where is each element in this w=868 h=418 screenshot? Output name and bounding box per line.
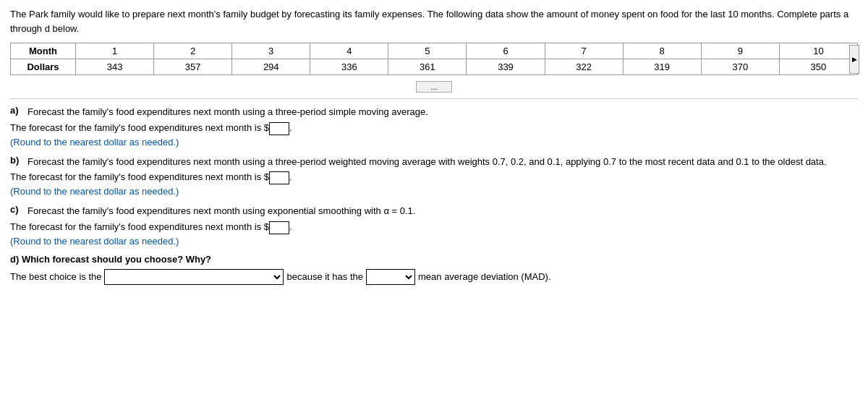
scroll-right-button[interactable]: ▶ [849,45,859,74]
table-month-8: 8 [623,43,701,59]
table-month-7: 7 [545,43,623,59]
table-month-3: 3 [232,43,310,59]
section-d-title: d) Which forecast should you choose? Why… [10,254,858,265]
because-text: because it has the [286,271,363,282]
section-b-question: Forecast the family's food expenditures … [27,155,827,169]
section-b-letter: b) [10,155,22,166]
section-b-forecast-line: The forecast for the family's food expen… [10,171,858,184]
section-a-question: Forecast the family's food expenditures … [27,105,428,119]
table-value-9: 370 [701,59,779,75]
best-choice-line: The best choice is the three-period simp… [10,269,858,285]
table-header-dollars: Dollars [11,59,76,75]
data-table-container: Month12345678910Dollars34335729433636133… [10,43,858,75]
collapse-button[interactable]: ... [416,81,452,93]
section-a-forecast-line: The forecast for the family's food expen… [10,122,858,135]
table-value-5: 361 [388,59,467,75]
section-c-input[interactable] [269,221,289,234]
section-a-forecast-suffix: . [289,122,292,133]
table-value-1: 343 [76,59,154,75]
section-b-input[interactable] [269,171,289,184]
table-value-10: 350 [779,59,857,75]
table-value-4: 336 [310,59,388,75]
section-c-hint: (Round to the nearest dollar as needed.) [10,236,858,247]
table-month-2: 2 [154,43,232,59]
section-b-forecast-suffix: . [289,171,292,182]
table-month-1: 1 [76,43,154,59]
section-a-letter: a) [10,105,22,116]
table-month-9: 9 [701,43,779,59]
mad-select[interactable]: lowesthighest [366,269,415,285]
table-value-6: 339 [467,59,545,75]
intro-paragraph: The Park family would like to prepare ne… [10,7,858,35]
table-month-4: 4 [310,43,388,59]
section-b-hint: (Round to the nearest dollar as needed.) [10,186,858,197]
section-d: d) Which forecast should you choose? Why… [10,254,858,285]
best-choice-prefix: The best choice is the [10,271,101,282]
table-month-10: 10 [779,43,857,59]
divider [10,98,858,99]
table-month-6: 6 [467,43,545,59]
data-table: Month12345678910Dollars34335729433636133… [10,43,858,75]
mad-text: mean average deviation (MAD). [418,271,551,282]
section-c-letter: c) [10,204,22,215]
section-c: c) Forecast the family's food expenditur… [10,204,858,247]
table-value-8: 319 [623,59,701,75]
section-b: b) Forecast the family's food expenditur… [10,155,858,197]
section-b-forecast-prefix: The forecast for the family's food expen… [10,171,269,182]
table-value-7: 322 [545,59,623,75]
section-a: a) Forecast the family's food expenditur… [10,105,858,148]
section-c-forecast-suffix: . [289,221,292,232]
section-c-question: Forecast the family's food expenditures … [27,204,415,218]
section-a-input[interactable] [269,122,289,135]
section-a-hint: (Round to the nearest dollar as needed.) [10,137,858,148]
section-c-forecast-line: The forecast for the family's food expen… [10,221,858,234]
section-a-forecast-prefix: The forecast for the family's food expen… [10,122,269,133]
table-value-3: 294 [232,59,310,75]
table-header-month: Month [11,43,76,59]
best-choice-select[interactable]: three-period simple moving averagethree-… [104,269,284,285]
section-c-forecast-prefix: The forecast for the family's food expen… [10,221,269,232]
table-value-2: 357 [154,59,232,75]
table-month-5: 5 [388,43,467,59]
